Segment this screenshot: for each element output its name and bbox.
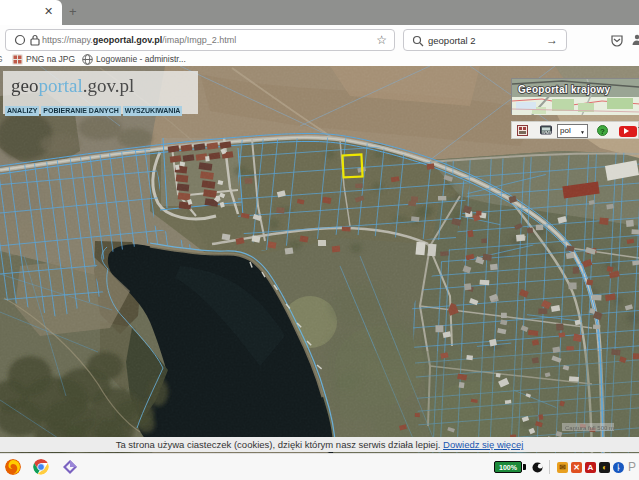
svg-text:Geoportal krajowy: Geoportal krajowy	[518, 84, 610, 95]
svg-text:WMS: WMS	[542, 130, 552, 135]
